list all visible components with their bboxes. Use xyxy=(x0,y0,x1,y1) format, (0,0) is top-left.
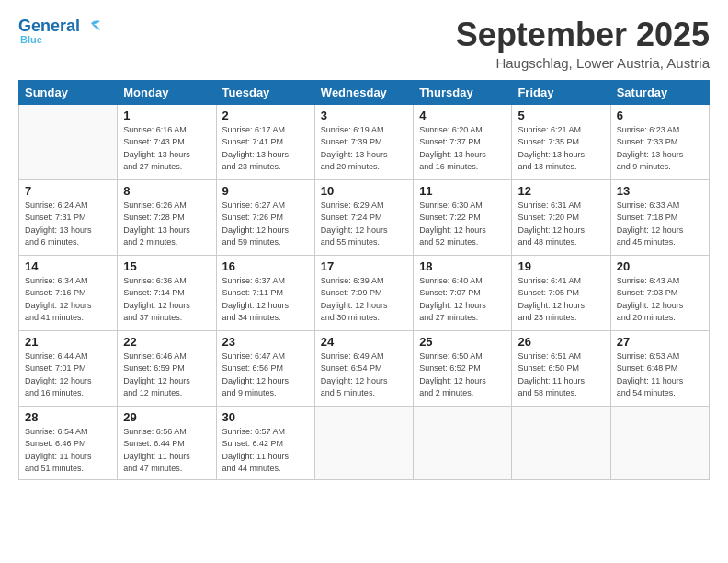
day-detail: Sunrise: 6:54 AMSunset: 6:46 PMDaylight:… xyxy=(25,426,111,476)
day-detail: Sunrise: 6:37 AMSunset: 7:11 PMDaylight:… xyxy=(222,275,309,325)
page: General Blue September 2025 Haugschlag, … xyxy=(0,0,728,563)
day-detail: Sunrise: 6:19 AMSunset: 7:39 PMDaylight:… xyxy=(321,124,407,174)
table-row xyxy=(512,406,610,479)
day-number: 18 xyxy=(419,259,506,273)
day-detail: Sunrise: 6:36 AMSunset: 7:14 PMDaylight:… xyxy=(123,275,210,325)
day-detail: Sunrise: 6:30 AMSunset: 7:22 PMDaylight:… xyxy=(419,200,506,249)
day-number: 27 xyxy=(617,335,703,349)
day-number: 6 xyxy=(617,109,703,122)
day-number: 21 xyxy=(25,335,111,349)
table-row: 15Sunrise: 6:36 AMSunset: 7:14 PMDayligh… xyxy=(118,255,216,330)
table-row: 30Sunrise: 6:57 AMSunset: 6:42 PMDayligh… xyxy=(216,406,314,479)
calendar-header-row: Sunday Monday Tuesday Wednesday Thursday… xyxy=(19,80,710,104)
col-sunday: Sunday xyxy=(19,80,118,104)
col-tuesday: Tuesday xyxy=(216,80,314,104)
day-number: 2 xyxy=(222,109,309,122)
day-detail: Sunrise: 6:23 AMSunset: 7:33 PMDaylight:… xyxy=(617,124,703,174)
title-location: Haugschlag, Lower Austria, Austria xyxy=(456,55,710,71)
table-row: 9Sunrise: 6:27 AMSunset: 7:26 PMDaylight… xyxy=(216,179,314,255)
logo-blue-text: Blue xyxy=(20,34,42,45)
day-detail: Sunrise: 6:56 AMSunset: 6:44 PMDaylight:… xyxy=(123,426,210,476)
day-number: 19 xyxy=(518,259,604,273)
table-row: 18Sunrise: 6:40 AMSunset: 7:07 PMDayligh… xyxy=(414,255,512,330)
table-row xyxy=(314,406,413,479)
day-number: 13 xyxy=(617,184,703,198)
day-number: 30 xyxy=(222,410,309,424)
table-row: 10Sunrise: 6:29 AMSunset: 7:24 PMDayligh… xyxy=(314,179,413,255)
table-row: 3Sunrise: 6:19 AMSunset: 7:39 PMDaylight… xyxy=(314,104,413,179)
day-number: 8 xyxy=(123,184,210,198)
day-number: 23 xyxy=(222,335,309,349)
day-detail: Sunrise: 6:50 AMSunset: 6:52 PMDaylight:… xyxy=(419,350,506,400)
table-row: 8Sunrise: 6:26 AMSunset: 7:28 PMDaylight… xyxy=(118,179,216,255)
day-detail: Sunrise: 6:44 AMSunset: 7:01 PMDaylight:… xyxy=(25,350,111,400)
day-number: 4 xyxy=(419,109,506,122)
table-row: 1Sunrise: 6:16 AMSunset: 7:43 PMDaylight… xyxy=(118,104,216,179)
table-row: 27Sunrise: 6:53 AMSunset: 6:48 PMDayligh… xyxy=(610,330,709,406)
day-number: 5 xyxy=(518,109,604,122)
table-row: 2Sunrise: 6:17 AMSunset: 7:41 PMDaylight… xyxy=(216,104,314,179)
day-number: 20 xyxy=(617,259,703,273)
day-detail: Sunrise: 6:29 AMSunset: 7:24 PMDaylight:… xyxy=(321,200,407,249)
title-month: September 2025 xyxy=(456,17,710,53)
day-number: 11 xyxy=(419,184,506,198)
table-row: 22Sunrise: 6:46 AMSunset: 6:59 PMDayligh… xyxy=(118,330,216,406)
table-row: 25Sunrise: 6:50 AMSunset: 6:52 PMDayligh… xyxy=(414,330,512,406)
day-detail: Sunrise: 6:47 AMSunset: 6:56 PMDaylight:… xyxy=(222,350,309,400)
day-number: 28 xyxy=(25,410,111,424)
table-row: 4Sunrise: 6:20 AMSunset: 7:37 PMDaylight… xyxy=(414,104,512,179)
logo-general: General xyxy=(18,17,80,36)
table-row: 24Sunrise: 6:49 AMSunset: 6:54 PMDayligh… xyxy=(314,330,413,406)
day-number: 15 xyxy=(123,259,210,273)
col-wednesday: Wednesday xyxy=(314,80,413,104)
table-row: 14Sunrise: 6:34 AMSunset: 7:16 PMDayligh… xyxy=(19,255,118,330)
col-monday: Monday xyxy=(118,80,216,104)
table-row: 13Sunrise: 6:33 AMSunset: 7:18 PMDayligh… xyxy=(610,179,709,255)
day-detail: Sunrise: 6:21 AMSunset: 7:35 PMDaylight:… xyxy=(518,124,604,174)
day-detail: Sunrise: 6:34 AMSunset: 7:16 PMDaylight:… xyxy=(25,275,111,325)
table-row: 28Sunrise: 6:54 AMSunset: 6:46 PMDayligh… xyxy=(19,406,118,479)
table-row: 26Sunrise: 6:51 AMSunset: 6:50 PMDayligh… xyxy=(512,330,610,406)
day-number: 25 xyxy=(419,335,506,349)
table-row: 7Sunrise: 6:24 AMSunset: 7:31 PMDaylight… xyxy=(19,179,118,255)
day-number: 3 xyxy=(321,109,407,122)
day-number: 9 xyxy=(222,184,309,198)
day-detail: Sunrise: 6:41 AMSunset: 7:05 PMDaylight:… xyxy=(518,275,604,325)
table-row: 11Sunrise: 6:30 AMSunset: 7:22 PMDayligh… xyxy=(414,179,512,255)
title-block: September 2025 Haugschlag, Lower Austria… xyxy=(456,17,710,71)
day-number: 14 xyxy=(25,259,111,273)
day-number: 16 xyxy=(222,259,309,273)
table-row: 23Sunrise: 6:47 AMSunset: 6:56 PMDayligh… xyxy=(216,330,314,406)
table-row: 19Sunrise: 6:41 AMSunset: 7:05 PMDayligh… xyxy=(512,255,610,330)
col-thursday: Thursday xyxy=(414,80,512,104)
day-number: 24 xyxy=(321,335,407,349)
day-number: 1 xyxy=(123,109,210,122)
day-detail: Sunrise: 6:24 AMSunset: 7:31 PMDaylight:… xyxy=(25,200,111,249)
table-row xyxy=(19,104,118,179)
day-detail: Sunrise: 6:16 AMSunset: 7:43 PMDaylight:… xyxy=(123,124,210,174)
col-friday: Friday xyxy=(512,80,610,104)
day-detail: Sunrise: 6:33 AMSunset: 7:18 PMDaylight:… xyxy=(617,200,703,249)
calendar-table: Sunday Monday Tuesday Wednesday Thursday… xyxy=(18,80,710,480)
day-detail: Sunrise: 6:53 AMSunset: 6:48 PMDaylight:… xyxy=(617,350,703,400)
day-number: 12 xyxy=(518,184,604,198)
day-number: 10 xyxy=(321,184,407,198)
day-detail: Sunrise: 6:57 AMSunset: 6:42 PMDaylight:… xyxy=(222,426,309,476)
table-row: 29Sunrise: 6:56 AMSunset: 6:44 PMDayligh… xyxy=(118,406,216,479)
day-detail: Sunrise: 6:49 AMSunset: 6:54 PMDaylight:… xyxy=(321,350,407,400)
day-detail: Sunrise: 6:46 AMSunset: 6:59 PMDaylight:… xyxy=(123,350,210,400)
logo: General Blue xyxy=(18,17,102,45)
day-detail: Sunrise: 6:51 AMSunset: 6:50 PMDaylight:… xyxy=(518,350,604,400)
day-number: 7 xyxy=(25,184,111,198)
table-row: 21Sunrise: 6:44 AMSunset: 7:01 PMDayligh… xyxy=(19,330,118,406)
table-row xyxy=(610,406,709,479)
day-number: 17 xyxy=(321,259,407,273)
day-number: 26 xyxy=(518,335,604,349)
table-row: 16Sunrise: 6:37 AMSunset: 7:11 PMDayligh… xyxy=(216,255,314,330)
table-row: 6Sunrise: 6:23 AMSunset: 7:33 PMDaylight… xyxy=(610,104,709,179)
table-row: 5Sunrise: 6:21 AMSunset: 7:35 PMDaylight… xyxy=(512,104,610,179)
header: General Blue September 2025 Haugschlag, … xyxy=(18,17,710,71)
day-detail: Sunrise: 6:43 AMSunset: 7:03 PMDaylight:… xyxy=(617,275,703,325)
day-detail: Sunrise: 6:40 AMSunset: 7:07 PMDaylight:… xyxy=(419,275,506,325)
table-row: 20Sunrise: 6:43 AMSunset: 7:03 PMDayligh… xyxy=(610,255,709,330)
